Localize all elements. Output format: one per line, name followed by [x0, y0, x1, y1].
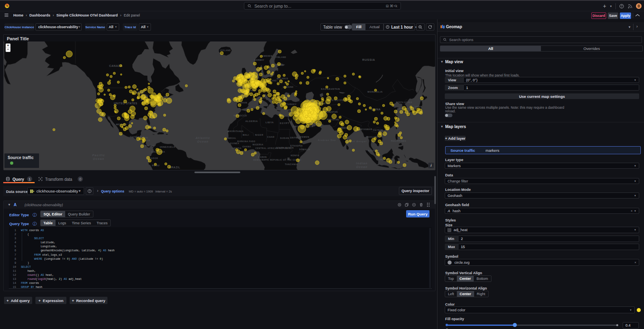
svg-text:MYANMAR: MYANMAR [360, 128, 372, 130]
svg-text:SUDAN: SUDAN [280, 137, 289, 139]
svg-text:RUSSIA: RUSSIA [362, 58, 375, 62]
svg-text:GABON: GABON [258, 156, 267, 158]
svg-text:MAURITANIA: MAURITANIA [227, 130, 244, 132]
svg-text:Atlantic: Atlantic [195, 136, 211, 140]
svg-text:LIBYA: LIBYA [266, 121, 274, 124]
svg-text:THAILAND: THAILAND [366, 136, 378, 138]
svg-text:EGYPT: EGYPT [280, 122, 289, 124]
svg-text:PHILIPPINES: PHILIPPINES [391, 140, 406, 142]
svg-text:JAPAN: JAPAN [414, 106, 422, 108]
svg-text:Ocean: Ocean [197, 140, 209, 143]
svg-text:GUINEA: GUINEA [230, 142, 239, 145]
svg-text:GHANA: GHANA [242, 145, 251, 148]
svg-text:NORTH KOREA: NORTH KOREA [396, 101, 412, 103]
svg-text:MOROCCO: MOROCCO [233, 114, 247, 117]
svg-text:NIGERIA: NIGERIA [252, 143, 263, 146]
svg-text:ALGERIA: ALGERIA [245, 120, 258, 122]
svg-text:DEMOCRATIC REPUBLIC OF THE CON: DEMOCRATIC REPUBLIC OF THE CONGO [253, 159, 301, 161]
svg-text:CHAD: CHAD [267, 136, 275, 138]
svg-text:PANAMA: PANAMA [145, 145, 154, 147]
svg-text:Ocean: Ocean [93, 157, 105, 161]
svg-text:Arabian Sea: Arabian Sea [318, 139, 336, 141]
svg-text:TURKEY: TURKEY [286, 103, 297, 106]
svg-text:BURKINA FASO: BURKINA FASO [237, 140, 255, 143]
svg-text:Indian: Indian [356, 161, 368, 165]
svg-text:FINLAND: FINLAND [276, 56, 286, 58]
svg-text:ETHIOPIA: ETHIOPIA [291, 145, 303, 147]
svg-text:SWEDEN: SWEDEN [262, 55, 272, 57]
svg-text:ERITREA: ERITREA [290, 137, 301, 139]
svg-text:NORWAY: NORWAY [254, 59, 264, 61]
svg-text:SOMALIA: SOMALIA [299, 148, 310, 151]
svg-text:KENYA: KENYA [291, 154, 299, 157]
svg-text:MALI: MALI [243, 134, 249, 136]
svg-text:VENEZUELA: VENEZUELA [160, 146, 175, 148]
svg-text:Pacific: Pacific [92, 153, 105, 157]
svg-text:SPAIN: SPAIN [241, 102, 247, 104]
svg-text:ICELAND: ICELAND [220, 49, 231, 52]
svg-text:Ocean: Ocean [356, 165, 368, 169]
svg-text:YEMEN: YEMEN [300, 136, 310, 138]
svg-text:TANZANIA: TANZANIA [285, 163, 298, 166]
svg-text:KAZAKHSTAN: KAZAKHSTAN [321, 88, 340, 90]
svg-text:VIETNAM: VIETNAM [373, 129, 383, 131]
svg-text:NIGER: NIGER [255, 134, 263, 136]
